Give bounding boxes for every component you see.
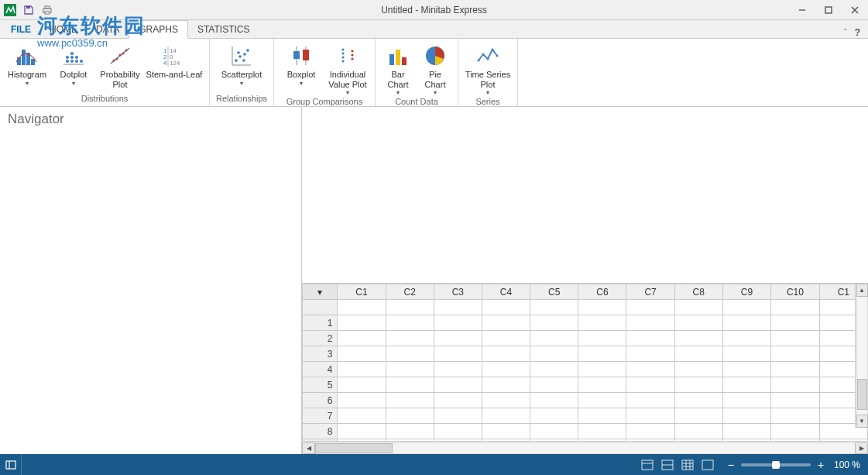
cell[interactable] — [434, 346, 482, 362]
cell[interactable] — [674, 362, 722, 377]
cell[interactable] — [482, 439, 530, 442]
zoom-out-button[interactable]: − — [726, 459, 736, 471]
cell[interactable] — [434, 331, 482, 346]
cell[interactable] — [771, 362, 820, 377]
boxplot-button[interactable]: Boxplot ▾ — [279, 40, 324, 87]
cell[interactable] — [530, 362, 578, 377]
stem-and-leaf-button[interactable]: 114204124 Stem-and-Leaf — [144, 40, 204, 80]
cell[interactable] — [674, 377, 722, 393]
cell[interactable] — [482, 362, 530, 377]
cell[interactable] — [386, 393, 434, 408]
app-icon[interactable] — [3, 3, 17, 17]
scroll-right-arrow-icon[interactable]: ▶ — [855, 442, 868, 454]
cell[interactable] — [771, 346, 820, 362]
horizontal-scrollbar[interactable]: ◀ ▶ — [302, 441, 868, 454]
cell[interactable] — [578, 331, 626, 346]
zoom-in-button[interactable]: + — [815, 459, 826, 471]
cell[interactable] — [722, 362, 770, 377]
column-header[interactable]: C9 — [722, 284, 770, 300]
cell[interactable] — [530, 439, 578, 442]
column-header[interactable]: C2 — [386, 284, 434, 300]
cell[interactable] — [578, 408, 626, 424]
cell[interactable] — [578, 346, 626, 362]
cell[interactable] — [626, 424, 674, 439]
column-header[interactable]: C1 — [338, 284, 386, 300]
column-header[interactable]: C4 — [482, 284, 530, 300]
cell[interactable] — [338, 300, 386, 315]
cell[interactable] — [434, 424, 482, 439]
cell[interactable] — [386, 377, 434, 393]
cell[interactable] — [434, 393, 482, 408]
scroll-down-arrow-icon[interactable]: ▼ — [856, 415, 868, 428]
tab-file[interactable]: FILE — [2, 21, 40, 38]
cell[interactable] — [722, 315, 770, 331]
cell[interactable] — [386, 424, 434, 439]
dotplot-button[interactable]: Dotplot ▾ — [51, 40, 96, 87]
cell[interactable] — [771, 377, 820, 393]
cell[interactable] — [338, 331, 386, 346]
column-header[interactable]: C5 — [530, 284, 578, 300]
cell[interactable] — [482, 300, 530, 315]
cell[interactable] — [386, 315, 434, 331]
cell[interactable] — [722, 408, 770, 424]
cell[interactable] — [578, 377, 626, 393]
cell[interactable] — [482, 346, 530, 362]
cell[interactable] — [819, 439, 867, 442]
cell[interactable] — [722, 424, 770, 439]
cell[interactable] — [530, 408, 578, 424]
zoom-level[interactable]: 100 % — [834, 460, 860, 470]
maximize-button[interactable] — [815, 0, 842, 20]
tab-home[interactable]: HOME — [40, 21, 87, 38]
row-header[interactable]: 5 — [303, 377, 338, 393]
bar-chart-button[interactable]: Bar Chart ▾ — [380, 40, 416, 96]
row-header[interactable]: 4 — [303, 362, 338, 377]
column-header[interactable]: C10 — [771, 284, 820, 300]
cell[interactable] — [530, 346, 578, 362]
cell[interactable] — [530, 315, 578, 331]
cell[interactable] — [722, 331, 770, 346]
row-header[interactable]: 2 — [303, 331, 338, 346]
row-header[interactable]: 1 — [303, 315, 338, 331]
view-data-icon[interactable] — [678, 457, 698, 473]
cell[interactable] — [434, 377, 482, 393]
cell[interactable] — [626, 408, 674, 424]
cell[interactable] — [626, 393, 674, 408]
cell[interactable] — [578, 393, 626, 408]
cell[interactable] — [434, 315, 482, 331]
tab-graphs[interactable]: GRAPHS — [129, 20, 188, 39]
hscroll-track[interactable] — [315, 442, 855, 454]
vertical-scrollbar[interactable]: ▲ ▼ — [855, 284, 868, 428]
vscroll-thumb[interactable] — [857, 379, 867, 410]
corner-cell[interactable]: ▾ — [303, 284, 338, 300]
cell[interactable] — [338, 315, 386, 331]
view-output-icon[interactable] — [637, 457, 657, 473]
help-icon[interactable]: ? — [855, 27, 860, 38]
cell[interactable] — [771, 408, 820, 424]
zoom-slider-knob[interactable] — [772, 461, 780, 469]
cell[interactable] — [626, 315, 674, 331]
cell[interactable] — [722, 377, 770, 393]
row-header[interactable]: 9 — [303, 439, 338, 442]
cell[interactable] — [674, 439, 722, 442]
print-icon[interactable] — [40, 3, 54, 17]
cell[interactable] — [578, 424, 626, 439]
cell[interactable] — [530, 300, 578, 315]
cell[interactable] — [674, 408, 722, 424]
cell[interactable] — [674, 300, 722, 315]
pie-chart-button[interactable]: Pie Chart ▾ — [417, 40, 453, 96]
tab-statistics[interactable]: STATISTICS — [188, 21, 259, 38]
cell[interactable] — [578, 315, 626, 331]
cell[interactable] — [386, 300, 434, 315]
column-header[interactable]: C8 — [674, 284, 722, 300]
scroll-up-arrow-icon[interactable]: ▲ — [856, 284, 868, 297]
cell[interactable] — [386, 439, 434, 442]
cell[interactable] — [626, 362, 674, 377]
cell[interactable] — [530, 393, 578, 408]
cell[interactable] — [674, 331, 722, 346]
cell[interactable] — [722, 439, 770, 442]
cell[interactable] — [530, 377, 578, 393]
close-button[interactable] — [842, 0, 868, 20]
scatterplot-button[interactable]: Scatterplot ▾ — [214, 40, 269, 87]
individual-value-plot-button[interactable]: Individual Value Plot ▾ — [325, 40, 370, 96]
status-pane-toggle[interactable] — [0, 454, 22, 475]
